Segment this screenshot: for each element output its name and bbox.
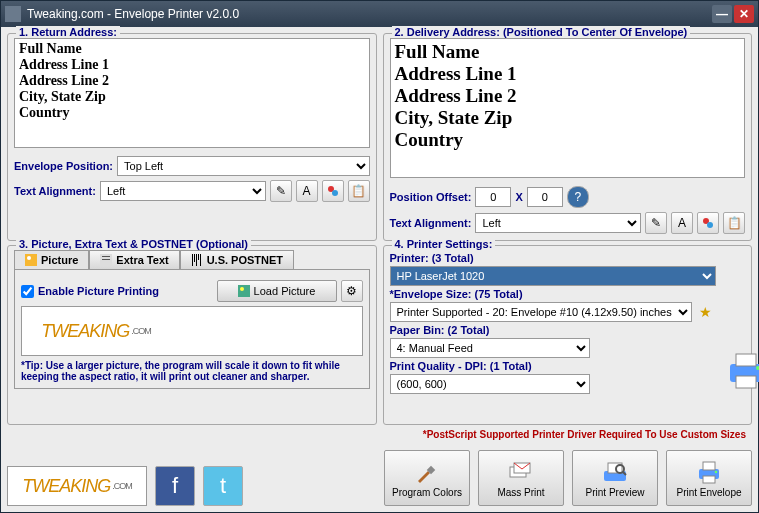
twitter-icon[interactable]: t bbox=[203, 466, 243, 506]
svg-point-3 bbox=[707, 222, 713, 228]
svg-point-5 bbox=[27, 256, 31, 260]
picture-tabs: Picture Extra Text U.S. POSTNET bbox=[14, 250, 370, 270]
brush-icon bbox=[414, 459, 440, 485]
svg-rect-7 bbox=[102, 256, 110, 257]
svg-point-30 bbox=[715, 470, 718, 473]
svg-rect-14 bbox=[238, 285, 250, 297]
svg-rect-4 bbox=[25, 254, 37, 266]
svg-rect-13 bbox=[200, 254, 201, 266]
picture-group: 3. Picture, Extra Text & POSTNET (Option… bbox=[7, 245, 377, 425]
tab-picture[interactable]: Picture bbox=[14, 250, 89, 269]
edit-icon[interactable]: ✎ bbox=[270, 180, 292, 202]
svg-rect-9 bbox=[192, 254, 193, 266]
delivery-title: 2. Delivery Address: (Positioned To Cent… bbox=[392, 26, 691, 38]
print-preview-button[interactable]: Print Preview bbox=[572, 450, 658, 506]
svg-rect-11 bbox=[196, 254, 197, 266]
favorite-icon[interactable]: ★ bbox=[696, 302, 716, 322]
close-button[interactable]: ✕ bbox=[734, 5, 754, 23]
svg-rect-8 bbox=[102, 259, 110, 260]
return-title: 1. Return Address: bbox=[16, 26, 120, 38]
return-address-textarea[interactable]: Full Name Address Line 1 Address Line 2 … bbox=[14, 38, 370, 148]
enable-picture-checkbox[interactable] bbox=[21, 285, 34, 298]
tab-extra-text[interactable]: Extra Text bbox=[89, 250, 179, 269]
offset-y-input[interactable] bbox=[527, 187, 563, 207]
return-align-select[interactable]: Left bbox=[100, 181, 266, 201]
svg-rect-12 bbox=[198, 254, 199, 260]
program-colors-button[interactable]: Program Colors bbox=[384, 450, 470, 506]
envelope-size-select[interactable]: Printer Supported - 20: Envelope #10 (4.… bbox=[390, 302, 692, 322]
svg-point-1 bbox=[332, 190, 338, 196]
delivery-align-select[interactable]: Left bbox=[475, 213, 641, 233]
delivery-address-group: 2. Delivery Address: (Positioned To Cent… bbox=[383, 33, 753, 241]
picture-tip: *Tip: Use a larger picture, the program … bbox=[21, 360, 363, 382]
mass-print-button[interactable]: Mass Print bbox=[478, 450, 564, 506]
printer-title: 4. Printer Settings: bbox=[392, 238, 496, 250]
edit-icon[interactable]: ✎ bbox=[645, 212, 667, 234]
return-align-label: Text Alignment: bbox=[14, 185, 96, 197]
app-window: Tweaking.com - Envelope Printer v2.0.0 —… bbox=[0, 0, 759, 513]
position-offset-label: Position Offset: bbox=[390, 191, 472, 203]
print-envelope-button[interactable]: Print Envelope bbox=[666, 450, 752, 506]
envelope-position-select[interactable]: Top Left bbox=[117, 156, 369, 176]
titlebar: Tweaking.com - Envelope Printer v2.0.0 —… bbox=[1, 1, 758, 27]
svg-rect-17 bbox=[736, 354, 756, 366]
envelopes-icon bbox=[508, 459, 534, 485]
dpi-label: Print Quality - DPI: (1 Total) bbox=[390, 360, 532, 372]
offset-x-input[interactable] bbox=[475, 187, 511, 207]
preview-icon bbox=[602, 459, 628, 485]
delivery-address-textarea[interactable]: Full Name Address Line 1 Address Line 2 … bbox=[390, 38, 746, 178]
delivery-align-label: Text Alignment: bbox=[390, 217, 472, 229]
offset-x-label: X bbox=[515, 191, 522, 203]
facebook-icon[interactable]: f bbox=[155, 466, 195, 506]
dpi-select[interactable]: (600, 600) bbox=[390, 374, 590, 394]
color-icon[interactable] bbox=[322, 180, 344, 202]
footer: TWEAKING.COM f t Program Colors Mass Pri… bbox=[1, 446, 758, 512]
paper-bin-select[interactable]: 4: Manual Feed bbox=[390, 338, 590, 358]
tab-postnet[interactable]: U.S. POSTNET bbox=[180, 250, 294, 269]
barcode-icon bbox=[191, 254, 203, 266]
envelope-position-label: Envelope Position: bbox=[14, 160, 113, 172]
brand-logo[interactable]: TWEAKING.COM bbox=[7, 466, 147, 506]
load-picture-button[interactable]: Load Picture bbox=[217, 280, 337, 302]
picture-preview: TWEAKING.COM bbox=[26, 311, 166, 351]
font-icon[interactable]: A bbox=[296, 180, 318, 202]
help-icon[interactable]: ? bbox=[567, 186, 589, 208]
printer-label: Printer: (3 Total) bbox=[390, 252, 474, 264]
gear-icon[interactable]: ⚙ bbox=[341, 280, 363, 302]
print-icon bbox=[696, 459, 722, 485]
return-address-group: 1. Return Address: Full Name Address Lin… bbox=[7, 33, 377, 241]
picture-title: 3. Picture, Extra Text & POSTNET (Option… bbox=[16, 238, 251, 250]
printer-select[interactable]: HP LaserJet 1020 bbox=[390, 266, 716, 286]
svg-point-15 bbox=[240, 287, 244, 291]
envelope-size-label: *Envelope Size: (75 Total) bbox=[390, 288, 523, 300]
image-icon bbox=[238, 285, 250, 297]
enable-picture-label: Enable Picture Printing bbox=[38, 285, 159, 297]
window-title: Tweaking.com - Envelope Printer v2.0.0 bbox=[27, 7, 239, 21]
postscript-note: *PostScript Supported Printer Driver Req… bbox=[7, 429, 752, 440]
paste-icon[interactable]: 📋 bbox=[723, 212, 745, 234]
svg-rect-18 bbox=[736, 376, 756, 388]
color-icon[interactable] bbox=[697, 212, 719, 234]
printer-settings-group: 4. Printer Settings: Printer: (3 Total) … bbox=[383, 245, 753, 425]
svg-rect-29 bbox=[703, 476, 715, 483]
picture-tab-body: Enable Picture Printing Load Picture ⚙ T… bbox=[14, 270, 370, 389]
picture-icon bbox=[25, 254, 37, 266]
minimize-button[interactable]: — bbox=[712, 5, 732, 23]
paper-bin-label: Paper Bin: (2 Total) bbox=[390, 324, 490, 336]
app-icon bbox=[5, 6, 21, 22]
svg-rect-10 bbox=[194, 254, 195, 262]
paste-icon[interactable]: 📋 bbox=[348, 180, 370, 202]
font-icon[interactable]: A bbox=[671, 212, 693, 234]
svg-rect-28 bbox=[703, 462, 715, 470]
text-icon bbox=[100, 254, 112, 266]
printer-icon bbox=[722, 346, 760, 394]
